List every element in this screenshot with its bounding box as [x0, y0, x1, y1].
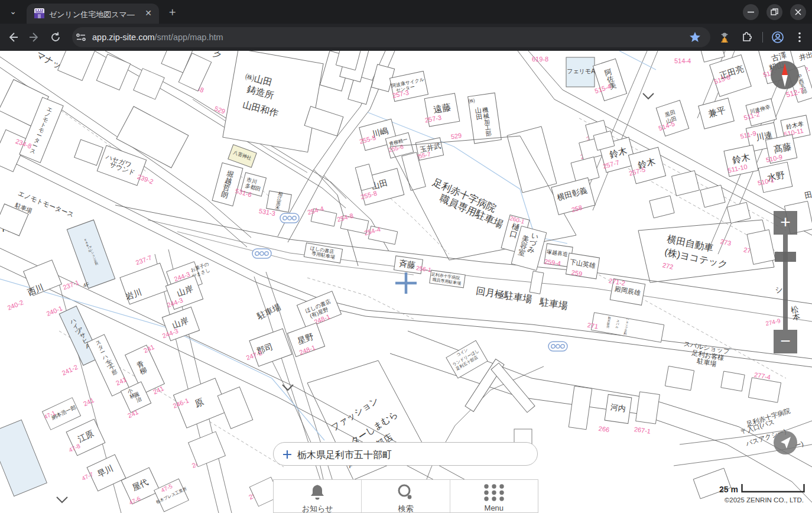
- svg-text:部: 部: [485, 130, 492, 137]
- svg-text:514-4: 514-4: [674, 57, 691, 64]
- svg-text:フェリモA: フェリモA: [567, 68, 595, 74]
- svg-text:266: 266: [598, 425, 610, 433]
- svg-text:田: 田: [475, 113, 483, 121]
- svg-text:ル: ル: [615, 325, 619, 329]
- svg-text:529: 529: [450, 132, 462, 140]
- svg-text:田: 田: [804, 190, 812, 200]
- svg-text:619-8: 619-8: [532, 56, 548, 63]
- svg-text:㈱: ㈱: [468, 96, 476, 104]
